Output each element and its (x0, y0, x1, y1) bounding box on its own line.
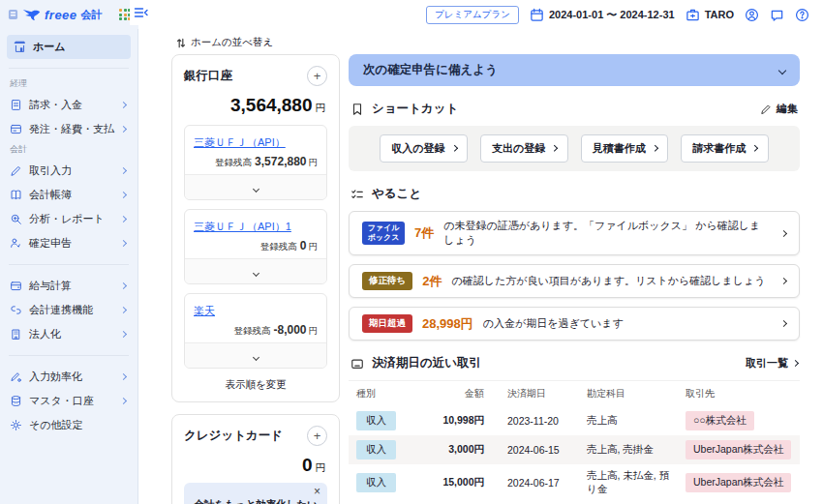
chevron-right-icon (120, 331, 127, 338)
todo-item-overdue[interactable]: 期日超過 28,998円 の入金が期日を過ぎています (349, 307, 800, 341)
sidebar-divider (9, 68, 129, 69)
bank-account-link[interactable]: 三菱ＵＦＪ（API）1 (194, 221, 291, 232)
create-invoice-button[interactable]: 請求書作成 (681, 134, 769, 163)
sidebar-item-label: ホーム (33, 40, 66, 54)
todo-count: 2件 (422, 273, 442, 290)
sidebar-collapse-button[interactable] (130, 0, 153, 25)
home-icon (14, 41, 26, 53)
business-selector[interactable]: TARO (686, 8, 734, 22)
balance-amount: -8,000 (273, 323, 306, 337)
sidebar-item-transaction-entry[interactable]: 取引入力 (7, 159, 131, 183)
account-cell: 売上高, 売掛金 (579, 438, 678, 461)
chevron-right-icon (652, 145, 657, 151)
promo-headline: 会計をもっと効率化したい方へ (194, 498, 318, 504)
sidebar-item-label: 入力効率化 (29, 370, 82, 384)
balance-label: 登録残高 (233, 325, 270, 336)
column-header-account: 勘定科目 (579, 381, 678, 406)
chevron-right-icon (751, 145, 757, 151)
sidebar-item-other-settings[interactable]: その他設定 (7, 413, 131, 437)
sidebar-item-payroll[interactable]: 給与計算 (7, 274, 131, 298)
mastercard-promo: × 会計をもっと効率化したい方へ 年会費無料 『freee Mastercard… (184, 483, 327, 504)
sidebar-item-label: マスタ・口座 (29, 394, 94, 408)
sidebar-section-kaikei: 会計 (10, 143, 128, 156)
account-button[interactable] (745, 8, 759, 22)
chevron-right-icon (780, 278, 787, 284)
expand-account-button[interactable] (185, 258, 326, 283)
transaction-list-link[interactable]: 取引一覧 (746, 356, 798, 371)
transaction-card-icon (351, 357, 364, 371)
bank-account-link[interactable]: 楽天 (194, 305, 215, 316)
date-cell: 2024-06-17 (500, 472, 579, 493)
home-reorder-control[interactable]: ホームの並べ替え (176, 36, 273, 49)
todo-count: 7件 (414, 224, 434, 242)
chevron-right-icon (120, 282, 127, 289)
register-income-button[interactable]: 収入の登録 (380, 134, 468, 163)
sort-arrows-icon (176, 38, 186, 48)
date-cell: 2024-06-15 (500, 439, 579, 460)
sidebar-item-master-accounts[interactable]: マスタ・口座 (7, 389, 131, 413)
sidebar-section-keiri: 経理 (10, 77, 128, 90)
bank-card-title: 銀行口座 (184, 68, 232, 84)
upcoming-title: 決済期日の近い取引 (372, 355, 481, 371)
sidebar-item-tax-return[interactable]: 確定申告 (7, 231, 131, 255)
add-credit-card-button[interactable]: + (307, 426, 327, 446)
wallet-icon (10, 280, 22, 292)
accounts-column: 銀行口座 + 3,564,880円 三菱ＵＦＪ（API） 登録残高3,572,8… (171, 54, 340, 504)
table-row[interactable]: 収入 10,998円 2023-11-20 売上高 ○○株式会社 (349, 406, 800, 435)
dashboard-column: 次の確定申告に備えよう ショートカット 編集 収入の登録 支出の登録 見積書作成… (349, 54, 800, 504)
sidebar-item-label: 確定申告 (29, 236, 72, 251)
partner-badge: UberJapan株式会社 (686, 473, 791, 492)
sidebar-item-home[interactable]: ホーム (7, 35, 131, 59)
pencil-icon (760, 104, 772, 115)
app-window: freee 会計 プレミアムプラン 2024-01-01 〜 2024-12-3… (0, 0, 823, 504)
home-reorder-label: ホームの並べ替え (191, 36, 273, 49)
todo-item-fix-pending[interactable]: 修正待ち 2件 の確認した方が良い項目があります。リストから確認しましょう (349, 264, 800, 298)
create-quote-button[interactable]: 見積書作成 (581, 134, 669, 163)
sidebar-divider (9, 355, 129, 356)
chevron-down-icon (778, 66, 786, 74)
sidebar-item-label: 法人化 (29, 327, 61, 341)
sidebar-item-ledgers[interactable]: 会計帳簿 (7, 183, 131, 207)
pen-gear-icon (10, 371, 22, 383)
filebox-badge: ファイルボックス (362, 222, 405, 245)
help-button[interactable] (795, 8, 809, 22)
currency-unit: 円 (309, 157, 319, 167)
shortcut-label: 収入の登録 (391, 141, 444, 156)
sidebar-item-invoicing[interactable]: 請求・入金 (7, 93, 131, 117)
add-bank-account-button[interactable]: + (307, 66, 327, 86)
table-row[interactable]: 収入 3,000円 2024-06-15 売上高, 売掛金 UberJapan株… (349, 435, 800, 464)
sidebar-item-reports[interactable]: 分析・レポート (7, 207, 131, 231)
sidebar-item-integrations[interactable]: 会計連携機能 (7, 298, 131, 322)
expand-account-button[interactable] (185, 174, 326, 199)
date-cell: 2023-11-20 (500, 410, 579, 431)
edit-shortcuts-link[interactable]: 編集 (760, 102, 798, 116)
sidebar-item-input-efficiency[interactable]: 入力効率化 (7, 365, 131, 389)
chevron-right-icon (120, 192, 127, 198)
register-expense-button[interactable]: 支出の登録 (480, 134, 568, 163)
fiscal-year-selector[interactable]: 2024-01-01 〜 2024-12-31 (530, 8, 675, 22)
magnifier-icon (10, 213, 22, 225)
tax-return-banner[interactable]: 次の確定申告に備えよう (349, 54, 800, 86)
todo-item-filebox[interactable]: ファイルボックス 7件 の未登録の証憑があります。「ファイルボックス」 から確認… (349, 211, 800, 255)
bank-account-link[interactable]: 三菱ＵＦＪ（API） (194, 136, 286, 148)
change-display-order-link[interactable]: 表示順を変更 (184, 378, 327, 392)
expand-account-button[interactable] (185, 342, 326, 368)
chevron-down-icon (252, 354, 259, 361)
chat-button[interactable] (770, 8, 784, 22)
shortcuts-container: 収入の登録 支出の登録 見積書作成 請求書作成 (349, 126, 800, 171)
balance-amount: 3,572,880 (255, 155, 306, 168)
close-icon[interactable]: × (314, 485, 320, 498)
column-header-partner: 取引先 (678, 381, 800, 406)
building-icon (10, 328, 22, 341)
chevron-right-icon (551, 145, 557, 151)
sidebar-item-incorporation[interactable]: 法人化 (7, 322, 131, 346)
sidebar-item-label: 会計帳簿 (29, 188, 72, 202)
amount-cell: 15,000円 (430, 471, 500, 494)
todo-title: やること (372, 186, 421, 202)
partner-badge: ○○株式会社 (686, 411, 754, 430)
account-cell: 売上高 (579, 409, 678, 432)
table-row[interactable]: 収入 15,000円 2024-06-17 売上高, 未払金, 預り金 Uber… (349, 464, 800, 501)
sidebar-item-expenses[interactable]: 発注・経費・支払 (7, 117, 131, 141)
balance-label: 登録残高 (215, 157, 252, 167)
gear-icon (10, 419, 22, 431)
